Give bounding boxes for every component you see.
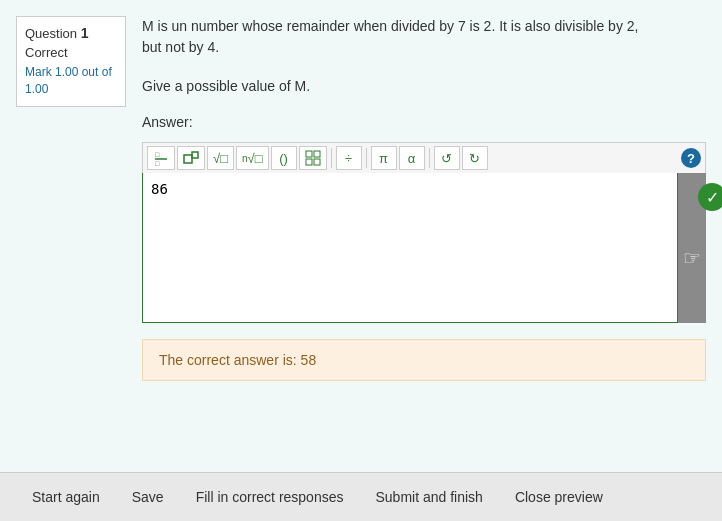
svg-text:□: □ — [155, 160, 160, 166]
alpha-button[interactable]: α — [399, 146, 425, 170]
svg-rect-4 — [192, 152, 198, 158]
question-label: Question 1 — [25, 25, 117, 41]
sqrt-button[interactable]: √□ — [207, 146, 234, 170]
prompt-text: Give a possible value of M. — [142, 78, 706, 94]
redo-button[interactable]: ↻ — [462, 146, 488, 170]
answer-input[interactable]: 86 — [142, 173, 678, 323]
start-again-button[interactable]: Start again — [16, 481, 116, 513]
toolbar-separator-2 — [366, 148, 367, 168]
toolbar-separator-3 — [429, 148, 430, 168]
mark-label: Mark 1.00 out of 1.00 — [25, 64, 117, 98]
question-text-part1: M is un number whose remainder when divi… — [142, 18, 638, 34]
mark-label-text: Mark 1.00 out of — [25, 65, 112, 79]
main-content: Question 1 Correct Mark 1.00 out of 1.00… — [0, 0, 722, 472]
divide-button[interactable]: ÷ — [336, 146, 362, 170]
question-text-part2: but not by 4. — [142, 39, 219, 55]
correct-answer-box: The correct answer is: 58 — [142, 339, 706, 381]
pi-button[interactable]: π — [371, 146, 397, 170]
nth-root-button[interactable]: n√□ — [236, 146, 269, 170]
math-toolbar: □□ √□ n√□ () — [142, 142, 706, 173]
sidebar: Question 1 Correct Mark 1.00 out of 1.00 — [16, 16, 126, 456]
question-box: Question 1 Correct Mark 1.00 out of 1.00 — [16, 16, 126, 107]
help-button[interactable]: ? — [681, 148, 701, 168]
svg-rect-3 — [184, 155, 192, 163]
superscript-button[interactable] — [177, 146, 205, 170]
question-text-label: Question — [25, 26, 77, 41]
toolbar-separator-1 — [331, 148, 332, 168]
correct-check-icon: ✓ — [698, 183, 722, 211]
svg-rect-7 — [306, 159, 312, 165]
close-preview-button[interactable]: Close preview — [499, 481, 619, 513]
svg-rect-6 — [314, 151, 320, 157]
correct-answer-text: The correct answer is: 58 — [159, 352, 316, 368]
save-button[interactable]: Save — [116, 481, 180, 513]
svg-text:□: □ — [155, 151, 160, 158]
cursor-icon: ☞ — [683, 246, 701, 270]
svg-rect-5 — [306, 151, 312, 157]
answer-label: Answer: — [142, 114, 706, 130]
mark-value: 1.00 — [25, 82, 48, 96]
submit-button[interactable]: Submit and finish — [359, 481, 498, 513]
fraction-button[interactable]: □□ — [147, 146, 175, 170]
svg-rect-8 — [314, 159, 320, 165]
question-number: 1 — [81, 25, 89, 41]
undo-button[interactable]: ↺ — [434, 146, 460, 170]
bottom-bar: Start again Save Fill in correct respons… — [0, 472, 722, 521]
question-text: M is un number whose remainder when divi… — [142, 16, 706, 58]
input-container: 86 ☞ ✓ — [142, 173, 706, 323]
parens-button[interactable]: () — [271, 146, 297, 170]
fill-in-button[interactable]: Fill in correct responses — [180, 481, 360, 513]
matrix-button[interactable] — [299, 146, 327, 170]
fill-in-label: Fill in correct responses — [196, 489, 344, 505]
math-input-area: □□ √□ n√□ () — [142, 142, 706, 323]
correct-status: Correct — [25, 45, 117, 60]
content-area: M is un number whose remainder when divi… — [142, 16, 706, 456]
